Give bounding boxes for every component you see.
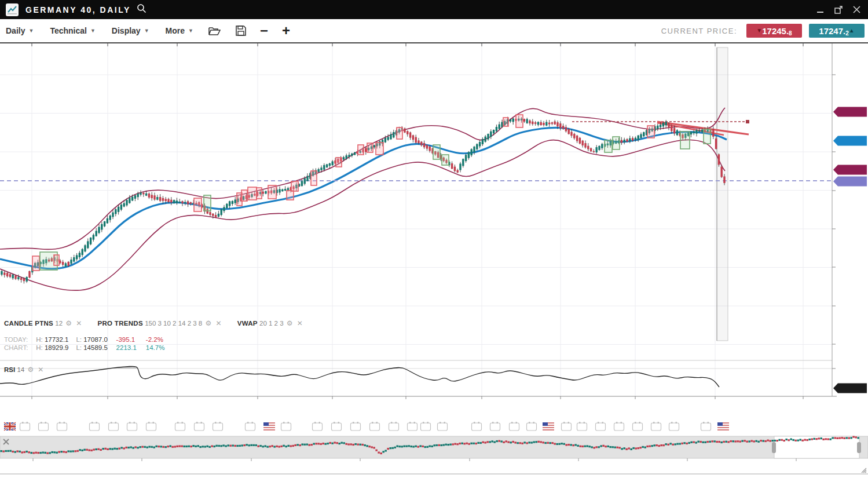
economic-calendar-icon[interactable] <box>408 422 417 430</box>
economic-calendar-icon[interactable] <box>490 422 500 430</box>
economic-calendar-icon[interactable] <box>90 422 100 430</box>
economic-calendar-icon[interactable] <box>147 422 156 430</box>
gear-icon[interactable]: ⚙ <box>287 319 293 327</box>
bearish-pattern-box <box>367 143 373 152</box>
trading-app-window: GERMANY 40, DAILY Daily▼ Technical▼ Disp… <box>0 0 868 478</box>
bearish-pattern-box <box>194 198 202 211</box>
menu-daily[interactable]: Daily▼ <box>6 26 34 35</box>
economic-calendar-icon[interactable] <box>127 422 137 430</box>
chart-canvas[interactable]: [object SVGGElement][object SVGGElement]… <box>0 43 868 478</box>
economic-calendar-icon[interactable] <box>614 422 624 430</box>
open-folder-icon[interactable] <box>208 26 221 36</box>
bollinger-bands <box>0 108 727 290</box>
bearish-pattern-box <box>291 181 298 191</box>
minimize-button[interactable] <box>816 6 825 14</box>
economic-calendar-icon[interactable] <box>651 422 661 430</box>
current-price-label: CURRENT PRICE: <box>661 27 737 35</box>
bearish-pattern-box <box>287 191 294 200</box>
menu-more[interactable]: More▼ <box>166 26 193 35</box>
zoom-in-button[interactable]: + <box>282 24 290 38</box>
price-axis <box>832 75 867 393</box>
price-badge <box>833 384 867 393</box>
gear-icon[interactable]: ⚙ <box>27 366 34 374</box>
grid <box>0 43 832 396</box>
bearish-pattern-box <box>503 118 508 126</box>
chart-change: 2213.1 <box>116 344 144 351</box>
close-icon[interactable]: ✕ <box>297 319 303 327</box>
bearish-pattern-box <box>376 143 383 155</box>
bearish-pattern-box <box>54 255 59 265</box>
menu-technical[interactable]: Technical▼ <box>50 26 95 35</box>
instrument-title: GERMANY 40, DAILY <box>25 5 131 14</box>
economic-calendar-icon[interactable] <box>389 422 399 430</box>
economic-calendar-icon[interactable] <box>438 422 448 430</box>
economic-calendar-icon[interactable] <box>313 422 323 430</box>
events-row <box>4 422 729 430</box>
bearish-pattern-box <box>647 126 654 138</box>
economic-calendar-icon[interactable] <box>562 422 572 430</box>
ask-price-badge: 17247.2 ▲ <box>809 24 865 38</box>
close-icon[interactable]: ✕ <box>215 319 221 327</box>
navigator-right-handle[interactable] <box>857 442 861 453</box>
search-icon[interactable] <box>137 3 147 16</box>
title-bar: GERMANY 40, DAILY <box>0 0 868 19</box>
month-axis <box>32 396 803 399</box>
economic-calendar-icon[interactable] <box>472 422 482 430</box>
resize-grip[interactable] <box>862 468 866 473</box>
gear-icon[interactable]: ⚙ <box>65 319 72 327</box>
bearish-pattern-box <box>311 171 317 185</box>
today-percent: -2.2% <box>146 336 174 343</box>
economic-calendar-icon[interactable] <box>20 422 30 430</box>
economic-calendar-icon[interactable] <box>109 422 119 430</box>
price-badge <box>833 136 867 146</box>
today-change: -395.1 <box>116 336 144 343</box>
close-button[interactable] <box>852 5 861 14</box>
bullish-pattern-box <box>442 155 449 165</box>
economic-calendar-icon[interactable] <box>669 422 679 430</box>
bullish-pattern-box <box>605 140 612 152</box>
economic-calendar-icon[interactable] <box>281 422 291 430</box>
chevron-down-icon: ▼ <box>188 28 193 34</box>
year-axis <box>33 458 796 461</box>
economic-calendar-icon[interactable] <box>57 422 67 430</box>
economic-calendar-icon[interactable] <box>175 422 185 430</box>
bearish-pattern-box <box>358 145 364 155</box>
navigator-left-handle[interactable] <box>772 442 776 453</box>
economic-calendar-icon[interactable] <box>213 422 223 430</box>
bearish-pattern-box <box>336 158 342 167</box>
economic-calendar-icon[interactable] <box>527 422 537 430</box>
app-logo-icon <box>6 3 19 16</box>
bullish-pattern-box <box>204 195 211 211</box>
economic-calendar-icon[interactable] <box>596 422 606 430</box>
popout-button[interactable] <box>834 5 843 14</box>
bullish-pattern-box <box>613 137 620 149</box>
economic-calendar-icon[interactable] <box>701 422 711 430</box>
us-flag-icon <box>717 422 729 430</box>
economic-calendar-icon[interactable] <box>332 422 342 430</box>
bearish-pattern-box <box>268 185 276 199</box>
toolbar: Daily▼ Technical▼ Display▼ More▼ − + CUR… <box>0 19 868 43</box>
chart-percent: 14.7% <box>146 344 174 351</box>
close-icon[interactable]: ✕ <box>76 319 82 327</box>
zoom-out-button[interactable]: − <box>260 24 268 38</box>
close-icon[interactable]: ✕ <box>38 366 43 374</box>
menu-display[interactable]: Display▼ <box>112 26 149 35</box>
economic-calendar-icon[interactable] <box>577 422 587 430</box>
indicator-legend: CANDLE PTNS 12 ⚙ ✕ PRO TRENDS 150 3 10 2… <box>4 319 317 327</box>
navigator <box>0 436 868 458</box>
economic-calendar-icon[interactable] <box>370 422 380 430</box>
legend-pro-trends: PRO TRENDS 150 3 10 2 14 2 3 8 ⚙ ✕ <box>98 320 225 327</box>
economic-calendar-icon[interactable] <box>510 422 519 430</box>
save-icon[interactable] <box>236 25 246 36</box>
arrow-up-icon: ▲ <box>849 28 855 34</box>
economic-calendar-icon[interactable] <box>421 422 431 430</box>
arrow-down-icon: ▼ <box>756 28 762 34</box>
today-stats-row: TODAY: H: 17732.1 L: 17087.0 -395.1 -2.2… <box>4 336 174 343</box>
us-flag-icon <box>543 422 554 430</box>
economic-calendar-icon[interactable] <box>351 422 361 430</box>
economic-calendar-icon[interactable] <box>195 422 204 430</box>
economic-calendar-icon[interactable] <box>633 422 643 430</box>
economic-calendar-icon[interactable] <box>39 422 49 430</box>
gear-icon[interactable]: ⚙ <box>205 319 211 327</box>
economic-calendar-icon[interactable] <box>246 422 255 430</box>
